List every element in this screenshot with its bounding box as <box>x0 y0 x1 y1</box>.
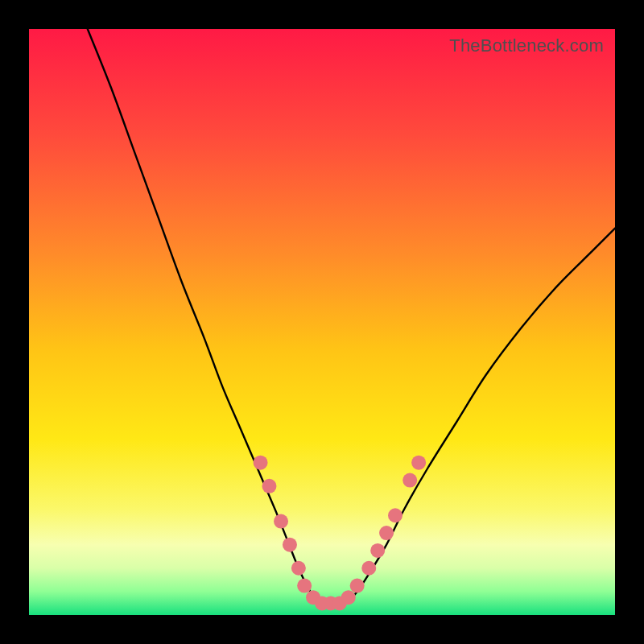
marker-dot <box>262 479 276 493</box>
marker-dot <box>361 561 376 576</box>
watermark-text: TheBottleneck.com <box>449 35 604 56</box>
marker-dot <box>370 543 385 558</box>
marker-dot <box>341 590 356 605</box>
marker-dot <box>350 579 365 593</box>
marker-dot <box>283 538 297 552</box>
marker-dot <box>297 579 312 593</box>
marker-dot <box>274 514 288 529</box>
marker-dot <box>254 456 268 470</box>
highlighted-points <box>254 456 427 611</box>
curve-layer <box>29 29 615 615</box>
plot-area: TheBottleneck.com <box>29 29 615 615</box>
marker-dot <box>402 473 417 488</box>
marker-dot <box>388 508 402 522</box>
marker-dot <box>291 561 306 576</box>
marker-dot <box>411 456 426 470</box>
chart-frame: TheBottleneck.com <box>0 0 644 644</box>
bottleneck-curve <box>88 29 615 605</box>
marker-dot <box>379 526 394 540</box>
